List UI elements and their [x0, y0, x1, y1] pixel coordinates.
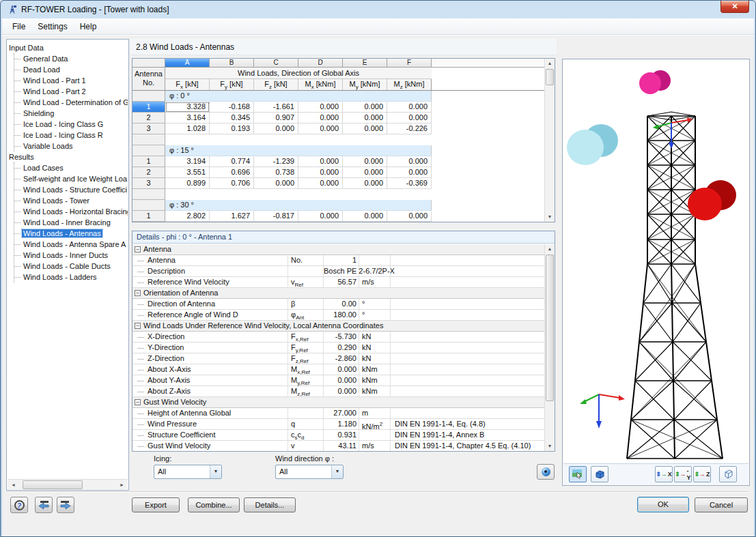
table-row[interactable]: 30.8990.7060.0000.0000.000-0.369 — [132, 178, 544, 189]
details-row[interactable]: Y-DirectionFy,Ref0.290kN — [132, 343, 544, 353]
tree-root-input-data[interactable]: Input Data — [9, 42, 128, 53]
table-row[interactable]: 31.0280.1930.0000.0000.000-0.226 — [132, 124, 544, 134]
scroll-up-icon[interactable]: ▲ — [545, 244, 555, 254]
sidebar-item-wind-loads-horizontal-bracing[interactable]: Wind Loads - Horizontal Bracing — [14, 206, 128, 217]
details-group-wind-loads[interactable]: −Wind Loads Under Reference Wind Velocit… — [132, 321, 544, 332]
sidebar-item-ice-load-class-r[interactable]: Ice Load - Icing Class R — [14, 130, 128, 141]
details-row[interactable]: Gust Wind Velocityv43.11m/sDIN EN 1991-1… — [132, 441, 544, 451]
details-row[interactable]: Height of Antenna Global27.000m — [132, 408, 544, 419]
menu-file[interactable]: File — [6, 20, 31, 33]
wind-direction-select[interactable]: All ▾ — [275, 465, 344, 479]
details-group-gust-wind[interactable]: −Gust Wind Velocity — [132, 397, 544, 408]
details-row[interactable]: Z-DirectionFz,Ref-2.860kN — [132, 353, 544, 364]
close-button[interactable]: ✕ — [720, 1, 749, 13]
details-row[interactable]: About Y-AxisMy,Ref0.000kNm — [132, 375, 544, 386]
column-letter-c[interactable]: C — [254, 59, 298, 68]
sidebar-item-wind-loads-antenna-spare[interactable]: Wind Loads - Antenna Spare A — [14, 239, 128, 250]
details-row[interactable]: DescriptionBosch PE 2-6.7/2P-X — [132, 266, 544, 277]
column-letter-b[interactable]: B — [210, 59, 254, 68]
arrow-right-icon — [59, 500, 72, 510]
view-x-button[interactable]: ⇕→X — [655, 466, 673, 482]
solid-model-button[interactable] — [591, 466, 608, 482]
group-row-phi-30[interactable]: φ : 30 ° — [132, 200, 544, 211]
scroll-up-icon[interactable]: ▲ — [545, 59, 555, 68]
details-button[interactable]: Details... — [244, 497, 296, 512]
column-letter-e[interactable]: E — [343, 59, 387, 68]
scroll-right-icon[interactable]: ► — [117, 480, 127, 489]
scroll-down-icon[interactable]: ▼ — [545, 212, 555, 222]
title-bar[interactable]: RF-TOWER Loading - [Tower with loads] ✕ — [1, 1, 755, 18]
sidebar-item-wind-loads-structure-coeff[interactable]: Wind Loads - Structure Coeffici — [14, 184, 128, 195]
view-minus-y-button[interactable]: ⇕→-Y — [674, 466, 692, 482]
table-row[interactable]: 12.8021.627-0.8170.0000.0000.000 — [132, 211, 544, 222]
sidebar-item-ice-load-class-g[interactable]: Ice Load - Icing Class G — [14, 119, 128, 130]
spacer-row — [132, 134, 544, 145]
sidebar-item-wind-loads-ladders[interactable]: Wind Loads - Ladders — [14, 272, 128, 282]
sidebar-item-dead-load[interactable]: Dead Load — [14, 64, 128, 75]
table-row[interactable]: 13.328-0.168-1.6610.0000.0000.000 — [132, 102, 544, 113]
details-row[interactable]: About X-AxisMx,Ref0.000kNm — [132, 364, 544, 375]
sidebar-item-wind-loads-tower[interactable]: Wind Loads - Tower — [14, 195, 128, 206]
scrollbar-thumb[interactable] — [546, 255, 554, 401]
menu-help[interactable]: Help — [74, 20, 103, 33]
table-row[interactable]: 13.1940.774-1.2390.0000.0000.000 — [132, 156, 544, 167]
sidebar-item-wind-load-part-2[interactable]: Wind Load - Part 2 — [14, 86, 128, 97]
solid-model-icon — [595, 469, 605, 479]
sidebar-item-wind-loads-antennas[interactable]: Wind Loads - Antennas — [14, 228, 128, 239]
details-row[interactable]: Direction of Antennaβ0.00° — [132, 299, 544, 310]
scroll-down-icon[interactable]: ▼ — [545, 441, 555, 451]
next-table-button[interactable] — [57, 497, 74, 513]
sidebar-item-wind-loads-cable-ducts[interactable]: Wind Loads - Cable Ducts — [14, 261, 128, 272]
column-letter-d[interactable]: D — [298, 59, 343, 68]
sidebar-item-self-weight-ice[interactable]: Self-weight and Ice Weight Loa — [14, 173, 128, 184]
details-group-antenna[interactable]: −Antenna — [132, 244, 544, 255]
view-z-button[interactable]: ⇕→Z — [693, 466, 711, 482]
details-row[interactable]: Reference Angle of Wind DφAnt180.00° — [132, 310, 544, 321]
show-graphic-button[interactable] — [537, 464, 555, 480]
scrollbar-thumb[interactable] — [546, 69, 554, 85]
table-vertical-scrollbar[interactable]: ▲ ▼ — [544, 59, 555, 222]
sidebar-horizontal-scrollbar[interactable]: ◄ ► — [8, 479, 128, 489]
ok-button[interactable]: OK — [637, 497, 689, 512]
details-vertical-scrollbar[interactable]: ▲ ▼ — [544, 244, 555, 451]
sidebar-item-shielding[interactable]: Shielding — [14, 108, 128, 119]
navigation-tree[interactable]: Input Data General Data Dead Load Wind L… — [9, 42, 128, 478]
sidebar-item-variable-loads[interactable]: Variable Loads — [14, 141, 128, 151]
details-row[interactable]: Structure Coefficientcscd0.931DIN EN 199… — [132, 430, 544, 441]
scrollbar-thumb[interactable] — [23, 480, 83, 489]
menu-settings[interactable]: Settings — [31, 20, 73, 33]
global-axes-icon — [580, 394, 625, 429]
column-letter-f[interactable]: F — [387, 59, 432, 68]
previous-table-button[interactable] — [35, 497, 53, 513]
navigation-panel: Input Data General Data Dead Load Wind L… — [6, 39, 129, 491]
group-row-phi-15[interactable]: φ : 15 ° — [132, 145, 544, 156]
show-loads-button[interactable] — [569, 466, 587, 482]
details-row[interactable]: X-DirectionFx,Ref-5.730kN — [132, 332, 544, 343]
export-button[interactable]: Export — [132, 497, 180, 512]
table-row[interactable]: 23.5510.6960.7380.0000.0000.000 — [132, 167, 544, 178]
group-row-phi-0[interactable]: φ : 0 ° — [132, 91, 544, 102]
sidebar-item-general-data[interactable]: General Data — [14, 53, 128, 64]
combine-button[interactable]: Combine... — [188, 497, 240, 512]
sidebar-item-wind-loads-inner-ducts[interactable]: Wind Loads - Inner Ducts — [14, 250, 128, 261]
sidebar-item-load-cases[interactable]: Load Cases — [14, 162, 128, 173]
cancel-button[interactable]: Cancel — [695, 497, 748, 512]
tree-root-results[interactable]: Results — [9, 151, 128, 162]
tower-3d-view[interactable] — [563, 60, 748, 463]
details-group-orientation[interactable]: −Orientation of Antenna — [132, 288, 544, 299]
sidebar-item-wind-load-part-1[interactable]: Wind Load - Part 1 — [14, 75, 128, 86]
icing-select[interactable]: All ▾ — [154, 465, 222, 479]
details-row[interactable]: AntennaNo.1 — [132, 255, 544, 266]
details-row[interactable]: About Z-AxisMz,Ref0.000kNm — [132, 386, 544, 397]
scroll-left-icon[interactable]: ◄ — [8, 480, 18, 489]
col-header-mx: Mx [kNm] — [298, 79, 343, 90]
table-row[interactable]: 23.1640.3450.9070.0000.0000.000 — [132, 113, 544, 124]
help-button[interactable]: ? — [10, 497, 28, 513]
details-row[interactable]: Wind Pressureq1.180kN/m2DIN EN 1991-1-4,… — [132, 419, 544, 430]
details-row[interactable]: Reference Wind VelocityvRef56.57m/s — [132, 277, 544, 288]
sidebar-item-wind-load-inner-bracing[interactable]: Wind Load - Inner Bracing — [14, 217, 128, 228]
spacer-row — [132, 189, 544, 200]
sidebar-item-wind-load-determination[interactable]: Wind Load - Determination of G — [14, 97, 128, 108]
column-letter-a[interactable]: A — [165, 59, 210, 68]
isometric-view-button[interactable] — [719, 466, 737, 482]
